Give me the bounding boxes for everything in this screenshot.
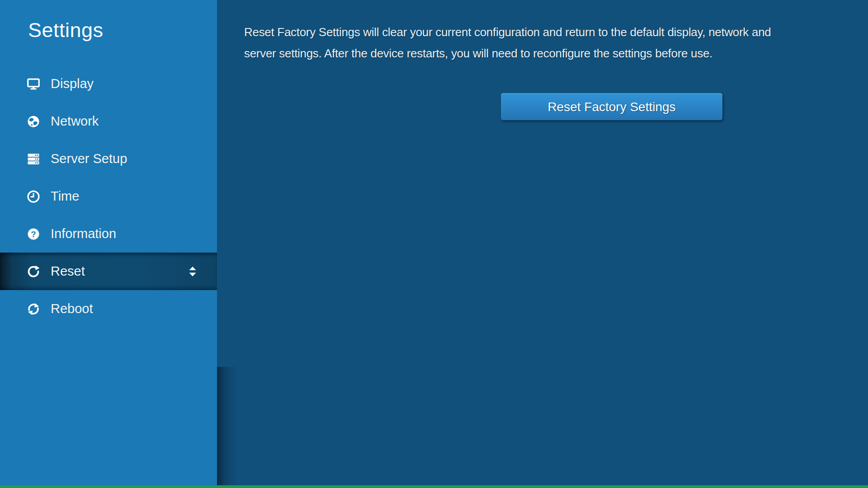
reset-factory-settings-button[interactable]: Reset Factory Settings <box>501 93 722 120</box>
svg-text:?: ? <box>31 230 36 239</box>
main-content: Reset Factory Settings will clear your c… <box>217 0 868 488</box>
settings-screen: Settings Display <box>0 0 868 488</box>
sidebar-item-label: Reboot <box>51 301 93 316</box>
rotate-right-icon <box>27 265 40 278</box>
sidebar-item-time[interactable]: Time <box>0 178 217 215</box>
sidebar-item-display[interactable]: Display <box>0 65 217 103</box>
sidebar-item-label: Time <box>51 189 79 204</box>
sidebar-menu: Display Network <box>0 65 217 328</box>
sidebar-item-label: Server Setup <box>51 151 127 166</box>
reset-description: Reset Factory Settings will clear your c… <box>244 22 771 64</box>
question-circle-icon: ? <box>27 227 40 241</box>
page-title: Settings <box>0 0 217 43</box>
reset-description-line-2: server settings. After the device restar… <box>244 43 771 64</box>
display-icon <box>27 77 40 91</box>
server-icon <box>27 152 40 166</box>
sidebar: Settings Display <box>0 0 217 488</box>
sidebar-item-information[interactable]: ? Information <box>0 215 217 253</box>
globe-icon <box>27 115 40 128</box>
reset-description-line-1: Reset Factory Settings will clear your c… <box>244 22 771 43</box>
sidebar-item-label: Network <box>51 114 99 129</box>
sync-icon <box>27 302 40 316</box>
sidebar-item-network[interactable]: Network <box>0 103 217 140</box>
clock-icon <box>27 190 40 203</box>
up-down-arrows-icon <box>189 267 196 277</box>
sidebar-item-reboot[interactable]: Reboot <box>0 290 217 328</box>
sidebar-item-label: Information <box>51 226 116 241</box>
sidebar-item-label: Reset <box>51 264 85 279</box>
sidebar-item-label: Display <box>51 76 94 91</box>
bottom-accent-bar <box>0 485 868 488</box>
sidebar-item-reset[interactable]: Reset <box>0 253 217 290</box>
sidebar-item-server-setup[interactable]: Server Setup <box>0 140 217 178</box>
